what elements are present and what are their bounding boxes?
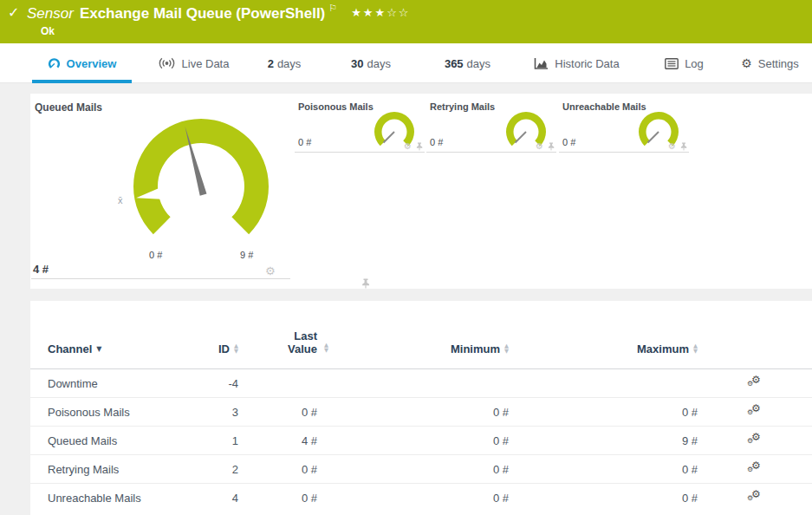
channels-table-header: Channel▼ ID▲▼ Last Value ▲▼ Minimum▲▼ Ma… xyxy=(30,301,812,369)
gear-icon: ⚙ xyxy=(747,438,753,445)
sort-icon: ▲▼ xyxy=(324,343,328,353)
channel-maximum: 0 # xyxy=(509,406,698,419)
tab-live-data-label: Live Data xyxy=(182,57,230,70)
sensor-status-banner: ✓ SensorExchange Mail Queue (PowerShell)… xyxy=(0,0,812,43)
gauge-title: Unreachable Mails xyxy=(562,101,646,112)
gauge-title: Retrying Mails xyxy=(430,101,495,112)
gauge-dial xyxy=(127,110,275,258)
gauge-current-value: 4 # xyxy=(33,263,49,276)
edit-channel-gears-icon[interactable]: ⚙⚙ xyxy=(747,490,763,504)
tab-historic-data-label: Historic Data xyxy=(555,57,619,70)
gauge-settings-gear-icon[interactable]: ⚙ xyxy=(265,265,276,277)
column-header-value-label: Value xyxy=(288,342,317,355)
column-header-minimum[interactable]: Minimum▲▼ xyxy=(451,342,509,355)
page-title: Exchange Mail Queue (PowerShell) xyxy=(80,5,325,22)
sort-icon: ▲▼ xyxy=(693,344,698,354)
column-header-channel[interactable]: Channel▼ xyxy=(48,342,101,355)
column-header-id-label: ID xyxy=(218,342,230,355)
page-content: Queued Mails x̄ 0 # 9 # 4 # ⚙ Poisonous … xyxy=(0,83,812,515)
tab-historic-data[interactable]: Historic Data xyxy=(518,43,635,83)
gear-icon: ⚙ xyxy=(741,56,752,70)
stars-empty: ☆☆ xyxy=(387,6,410,19)
column-header-maximum-label: Maximum xyxy=(637,342,689,355)
tab-overview[interactable]: Overview xyxy=(32,43,132,83)
gauge-max-label: 9 # xyxy=(240,250,253,260)
channel-id: 2 xyxy=(178,463,238,476)
tab-live-data[interactable]: Live Data xyxy=(141,43,245,83)
gauge-poisonous-mails: Poisonous Mails 0 # ⚙ xyxy=(295,97,425,153)
channel-name[interactable]: Unreachable Mails xyxy=(48,492,178,505)
ok-check-icon: ✓ xyxy=(8,4,19,21)
gear-icon: ⚙ xyxy=(747,409,753,416)
gauge-retrying-mails: Retrying Mails 0 # ⚙ xyxy=(426,97,556,153)
gauges-panel: Queued Mails x̄ 0 # 9 # 4 # ⚙ Poisonous … xyxy=(30,94,812,289)
gauge-settings-gear-icon[interactable]: ⚙ xyxy=(404,142,412,151)
gauge-needle xyxy=(384,132,395,143)
tab-365-days[interactable]: 365 days xyxy=(422,43,513,83)
stars-filled: ★★★ xyxy=(351,6,387,19)
gauge-title: Poisonous Mails xyxy=(298,101,374,112)
channel-last-value: 0 # xyxy=(238,463,317,476)
channel-last-value: 0 # xyxy=(238,492,317,505)
column-header-id[interactable]: ID▲▼ xyxy=(218,342,238,355)
tab-30-days[interactable]: 30 days xyxy=(332,43,410,83)
pin-icon[interactable] xyxy=(680,142,687,151)
column-header-last-value[interactable]: Last Value ▲▼ xyxy=(238,329,317,368)
pin-icon[interactable] xyxy=(416,142,423,151)
channel-maximum: 0 # xyxy=(509,463,698,476)
gauge-current-value: 0 # xyxy=(430,137,443,147)
column-header-minimum-label: Minimum xyxy=(451,342,500,355)
edit-channel-gears-icon[interactable]: ⚙⚙ xyxy=(747,375,763,389)
tab-bar: Overview Live Data 2 days 30 days 365 da… xyxy=(0,43,812,83)
broadcast-icon xyxy=(158,57,176,69)
channel-minimum: 0 # xyxy=(317,463,509,476)
channel-name[interactable]: Downtime xyxy=(48,377,178,390)
status-badge: Ok xyxy=(41,25,55,37)
channel-minimum: 0 # xyxy=(317,406,509,419)
flag-icon[interactable]: ⚐ xyxy=(328,3,337,14)
channel-minimum: 0 # xyxy=(317,434,509,447)
channel-minimum: 0 # xyxy=(317,492,509,505)
tab-settings-label: Settings xyxy=(758,57,799,70)
table-row-poisonous-mails: Poisonous Mails 3 0 # 0 # 0 # ⚙⚙ xyxy=(30,398,812,427)
gauge-settings-gear-icon[interactable]: ⚙ xyxy=(668,142,676,151)
gauge-needle xyxy=(648,132,659,143)
table-row-downtime: Downtime -4 ⚙⚙ xyxy=(30,369,812,398)
gauge-settings-gear-icon[interactable]: ⚙ xyxy=(536,142,543,151)
pin-icon[interactable] xyxy=(361,278,370,289)
tab-365-days-label: days xyxy=(467,57,490,70)
column-header-last-label: Last xyxy=(288,329,317,342)
edit-channel-gears-icon[interactable]: ⚙⚙ xyxy=(747,461,763,475)
channel-id: 3 xyxy=(178,406,238,419)
gauge-queued-mails: Queued Mails x̄ 0 # 9 # 4 # ⚙ xyxy=(31,97,290,279)
object-kind-label: Sensor xyxy=(27,5,74,22)
table-row-queued-mails: Queued Mails 1 4 # 0 # 9 # ⚙⚙ xyxy=(30,427,812,455)
gauge-current-value: 0 # xyxy=(562,137,575,147)
priority-stars[interactable]: ★★★☆☆ xyxy=(351,6,410,19)
channel-maximum: 9 # xyxy=(509,434,698,447)
channel-name[interactable]: Poisonous Mails xyxy=(48,406,178,419)
column-header-maximum[interactable]: Maximum▲▼ xyxy=(637,342,698,355)
tab-log[interactable]: Log xyxy=(652,43,717,83)
channels-table-panel: Channel▼ ID▲▼ Last Value ▲▼ Minimum▲▼ Ma… xyxy=(30,301,812,515)
log-list-icon xyxy=(665,58,679,69)
edit-channel-gears-icon[interactable]: ⚙⚙ xyxy=(747,404,763,418)
channel-last-value: 0 # xyxy=(238,406,317,419)
table-row-retrying-mails: Retrying Mails 2 0 # 0 # 0 # ⚙⚙ xyxy=(30,455,812,484)
pin-icon[interactable] xyxy=(548,142,555,151)
average-marker-label: x̄ xyxy=(118,195,123,205)
channel-name[interactable]: Retrying Mails xyxy=(48,463,178,476)
tab-2-days[interactable]: 2 days xyxy=(250,43,319,83)
sort-desc-icon: ▼ xyxy=(96,345,101,353)
tab-2-days-label: days xyxy=(277,57,301,70)
gauge-icon xyxy=(48,57,61,70)
tab-settings[interactable]: ⚙ Settings xyxy=(728,43,812,83)
channel-id: 1 xyxy=(178,434,238,447)
gauge-min-label: 0 # xyxy=(149,250,162,260)
channel-name[interactable]: Queued Mails xyxy=(48,434,178,447)
gauge-current-value: 0 # xyxy=(298,137,311,147)
edit-channel-gears-icon[interactable]: ⚙⚙ xyxy=(747,433,763,447)
gear-icon: ⚙ xyxy=(747,495,753,502)
tab-log-label: Log xyxy=(685,57,704,70)
area-chart-icon xyxy=(534,57,549,70)
